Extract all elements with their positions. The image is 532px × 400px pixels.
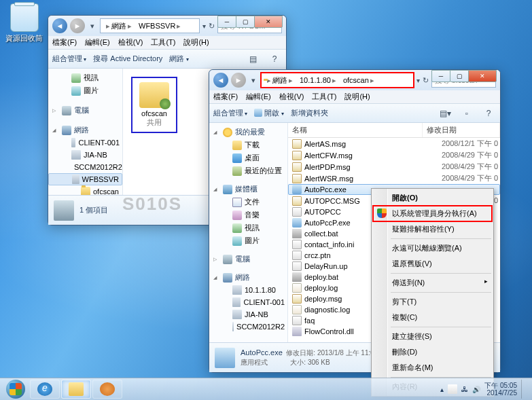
back-button[interactable]: ◄ xyxy=(52,18,67,33)
folder-ofcscan[interactable]: ofcscan 共用 xyxy=(131,77,177,133)
breadcrumb-folder[interactable]: ofcscan xyxy=(343,76,369,84)
file-row[interactable]: AlertPDP.msg2008/4/29 下午 0 xyxy=(288,161,500,172)
nav-sccm[interactable]: SCCM2012R2 xyxy=(48,161,122,173)
col-name[interactable]: 名稱 xyxy=(288,123,423,137)
taskbar-ie[interactable] xyxy=(30,380,60,399)
ctx-shortcut[interactable]: 建立捷徑(S) xyxy=(373,329,492,344)
view-icon[interactable]: ▤ xyxy=(245,52,260,66)
nav-video[interactable]: 視訊 xyxy=(209,221,287,234)
ctx-open[interactable]: 開啟(O) xyxy=(373,190,492,206)
column-headers: 名稱 修改日期 xyxy=(288,123,500,138)
nav-ip[interactable]: 10.1.1.80 xyxy=(209,284,287,296)
file-row[interactable]: AlertWSR.msg2008/4/29 下午 0 xyxy=(288,172,500,184)
wmp-icon xyxy=(100,382,115,396)
minimize-button[interactable]: ─ xyxy=(217,16,236,28)
menu-edit[interactable]: 編輯(E) xyxy=(85,37,110,48)
nav-pictures[interactable]: 圖片 xyxy=(209,234,287,247)
menu-file[interactable]: 檔案(F) xyxy=(52,37,77,48)
ctx-sendto[interactable]: 傳送到(N) xyxy=(373,275,492,291)
new-folder-button[interactable]: 新增資料夾 xyxy=(291,108,328,118)
recycle-bin[interactable]: 資源回收筒 xyxy=(5,3,43,43)
forward-button[interactable]: ► xyxy=(70,18,85,33)
breadcrumb-ip[interactable]: 10.1.1.80 xyxy=(300,76,331,84)
ctx-copy[interactable]: 複製(C) xyxy=(373,310,492,325)
file-row[interactable]: AlertAS.msg2008/12/1 下午 0 xyxy=(288,138,500,149)
maximize-button[interactable]: ▢ xyxy=(236,16,255,28)
ctx-compatibility[interactable]: 疑難排解相容性(Y) xyxy=(373,221,492,237)
col-date[interactable]: 修改日期 xyxy=(423,123,500,137)
breadcrumb-network[interactable]: 網路 xyxy=(111,21,126,31)
network-tray-icon[interactable]: 🖧 xyxy=(461,386,468,393)
nav-favorites[interactable]: ◢我的最愛 xyxy=(209,126,287,139)
nav-music[interactable]: 音樂 xyxy=(209,208,287,221)
menu-help[interactable]: 說明(H) xyxy=(344,92,370,102)
nav-recent[interactable]: 最近的位置 xyxy=(209,164,287,177)
nav-jianb[interactable]: JIA-NB xyxy=(209,308,287,321)
nav-ofcscan[interactable]: ofcscan xyxy=(48,185,122,195)
ctx-offline[interactable]: 永遠可以離線瀏覽(A) xyxy=(373,240,492,256)
file-row[interactable]: AlertCFW.msg2008/4/29 下午 0 xyxy=(288,149,500,161)
ctx-run-as-admin[interactable]: 以系統管理員身分執行(A) xyxy=(373,206,492,221)
taskbar-explorer[interactable] xyxy=(61,380,91,399)
nav-jianb[interactable]: JIA-NB xyxy=(48,149,122,161)
menu-tools[interactable]: 工具(T) xyxy=(151,37,175,48)
menu-file[interactable]: 檔案(F) xyxy=(213,92,238,102)
ctx-rename[interactable]: 重新命名(M) xyxy=(373,360,492,376)
close-button[interactable]: ✕ xyxy=(468,70,497,82)
help-icon[interactable]: ? xyxy=(481,107,496,120)
organize-button[interactable]: 組合管理 xyxy=(213,108,247,118)
menu-view[interactable]: 檢視(V) xyxy=(279,92,304,102)
maximize-button[interactable]: ▢ xyxy=(450,70,469,82)
file-icon xyxy=(292,272,302,282)
nav-documents[interactable]: 文件 xyxy=(209,196,287,208)
system-tray[interactable]: ▴ 🖧 🔊 下午 05:05 2014/7/25 xyxy=(440,380,529,399)
nav-client001[interactable]: CLIENT-001 xyxy=(209,296,287,308)
close-button[interactable]: ✕ xyxy=(254,16,283,28)
view-icon[interactable]: ▤▾ xyxy=(438,107,453,120)
action-center-icon[interactable] xyxy=(448,384,457,394)
volume-tray-icon[interactable]: 🔊 xyxy=(472,386,480,393)
nav-wfbssvr[interactable]: WFBSSVR xyxy=(48,173,122,185)
nav-network[interactable]: ◢網路 xyxy=(48,124,122,137)
refresh-icon[interactable]: ↻ xyxy=(423,76,429,85)
breadcrumb-host[interactable]: WFBSSVR xyxy=(139,22,175,30)
ctx-restore[interactable]: 還原舊版(V) xyxy=(373,256,492,272)
start-button[interactable] xyxy=(3,379,29,399)
forward-button[interactable]: ► xyxy=(231,73,246,88)
menu-edit[interactable]: 編輯(E) xyxy=(246,92,271,102)
menu-view[interactable]: 檢視(V) xyxy=(118,37,143,48)
preview-icon[interactable]: ▫ xyxy=(459,107,474,120)
ctx-delete[interactable]: 刪除(D) xyxy=(373,344,492,360)
organize-button[interactable]: 組合管理 xyxy=(52,54,86,64)
breadcrumb-network[interactable]: 網路 xyxy=(272,75,287,86)
tray-chevron-icon[interactable]: ▴ xyxy=(440,386,444,393)
menu-tools[interactable]: 工具(T) xyxy=(312,92,336,102)
address-bar[interactable]: ▸ 網路 ▸ WFBSSVR ▸ xyxy=(100,18,200,33)
taskbar-wmp[interactable] xyxy=(92,380,122,399)
nav-downloads[interactable]: 下載 xyxy=(209,139,287,151)
open-button[interactable]: 開啟 xyxy=(254,108,283,118)
file-name: AlertWSR.msg xyxy=(304,175,439,183)
network-button[interactable]: 網路 xyxy=(169,54,188,64)
nav-network[interactable]: ◢網路 xyxy=(209,271,287,284)
nav-pictures[interactable]: 圖片 xyxy=(48,84,122,97)
refresh-icon[interactable]: ↻ xyxy=(209,22,215,31)
history-dropdown[interactable]: ▾ xyxy=(88,19,97,33)
minimize-button[interactable]: ─ xyxy=(431,70,450,82)
nav-libraries[interactable]: ◢媒體櫃 xyxy=(209,183,287,196)
nav-computer[interactable]: ▷電腦 xyxy=(209,253,287,266)
windows-logo-icon xyxy=(6,380,25,399)
back-button[interactable]: ◄ xyxy=(213,73,228,88)
show-desktop-button[interactable] xyxy=(521,380,527,399)
history-dropdown[interactable]: ▾ xyxy=(249,73,258,87)
nav-client001[interactable]: CLIENT-001 xyxy=(48,137,122,149)
help-icon[interactable]: ? xyxy=(267,52,282,66)
nav-desktop[interactable]: 桌面 xyxy=(209,151,287,164)
address-bar[interactable]: ▸ 網路 ▸ 10.1.1.80 ▸ ofcscan ▸ xyxy=(261,73,414,88)
nav-video[interactable]: 視訊 xyxy=(48,71,122,84)
nav-sccm[interactable]: SCCM2012R2 xyxy=(209,321,287,333)
nav-computer[interactable]: ▷電腦 xyxy=(48,104,122,117)
search-ad-button[interactable]: 搜尋 Active Directory xyxy=(93,54,162,64)
ctx-cut[interactable]: 剪下(T) xyxy=(373,294,492,310)
menu-help[interactable]: 說明(H) xyxy=(183,37,209,48)
